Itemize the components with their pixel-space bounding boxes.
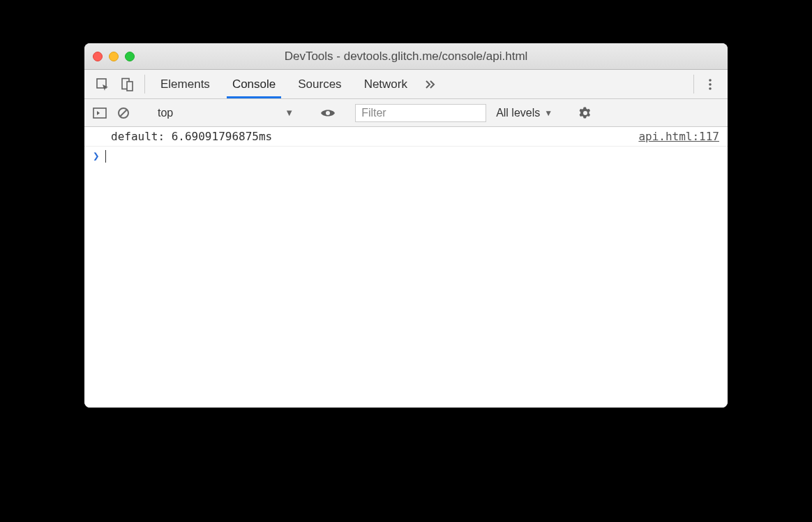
- svg-point-4: [709, 83, 712, 86]
- devtools-menu-button[interactable]: [698, 70, 722, 98]
- devtools-tabbar: Elements Console Sources Network: [84, 70, 728, 99]
- dropdown-caret-icon: ▼: [544, 108, 552, 118]
- text-cursor: [105, 150, 107, 163]
- divider: [144, 75, 145, 94]
- levels-label: All levels: [496, 107, 540, 119]
- svg-rect-2: [127, 82, 133, 91]
- window-title: DevTools - devtools.glitch.me/console/ap…: [84, 50, 728, 64]
- filter-input[interactable]: Filter: [355, 104, 486, 122]
- close-window-button[interactable]: [93, 52, 103, 61]
- kebab-menu-icon: [704, 78, 716, 91]
- device-toolbar-button[interactable]: [115, 70, 140, 98]
- device-icon: [121, 77, 135, 91]
- console-prompt[interactable]: ❯: [84, 147, 728, 165]
- live-expression-button[interactable]: [318, 103, 338, 123]
- traffic-lights: [93, 52, 135, 61]
- more-tabs-button[interactable]: [419, 70, 442, 98]
- console-settings-button[interactable]: [576, 103, 595, 123]
- maximize-window-button[interactable]: [125, 52, 135, 61]
- tab-console[interactable]: Console: [221, 70, 287, 98]
- svg-point-10: [583, 111, 587, 115]
- eye-icon: [320, 108, 336, 118]
- svg-line-8: [121, 110, 127, 116]
- divider: [693, 75, 694, 94]
- clear-console-button[interactable]: [114, 103, 133, 123]
- inspect-icon: [96, 77, 110, 91]
- devtools-window: DevTools - devtools.glitch.me/console/ap…: [84, 43, 728, 408]
- inspect-element-button[interactable]: [90, 70, 115, 98]
- titlebar: DevTools - devtools.glitch.me/console/ap…: [84, 43, 728, 70]
- chevrons-right-icon: [424, 78, 437, 91]
- execution-context-selector[interactable]: top ▼: [151, 107, 301, 119]
- log-source-link[interactable]: api.html:117: [638, 130, 719, 143]
- svg-point-5: [709, 87, 712, 90]
- svg-point-9: [326, 111, 330, 115]
- clear-icon: [117, 107, 130, 119]
- prompt-chevron-icon: ❯: [93, 149, 100, 163]
- tab-sources[interactable]: Sources: [287, 70, 352, 98]
- svg-point-3: [709, 79, 712, 82]
- log-entry[interactable]: default: 6.69091796875ms api.html:117: [84, 127, 728, 147]
- minimize-window-button[interactable]: [109, 52, 119, 61]
- context-label: top: [158, 107, 173, 119]
- tab-network[interactable]: Network: [353, 70, 419, 98]
- console-toolbar: top ▼ Filter All levels ▼: [84, 99, 728, 127]
- tab-elements[interactable]: Elements: [149, 70, 221, 98]
- sidebar-icon: [93, 107, 107, 119]
- gear-icon: [578, 106, 592, 120]
- dropdown-caret-icon: ▼: [285, 107, 294, 118]
- toggle-console-sidebar-button[interactable]: [90, 103, 110, 123]
- filter-placeholder: Filter: [361, 107, 386, 119]
- log-levels-selector[interactable]: All levels ▼: [490, 107, 558, 119]
- console-log-area: default: 6.69091796875ms api.html:117 ❯: [84, 127, 728, 408]
- log-message: default: 6.69091796875ms: [111, 130, 272, 143]
